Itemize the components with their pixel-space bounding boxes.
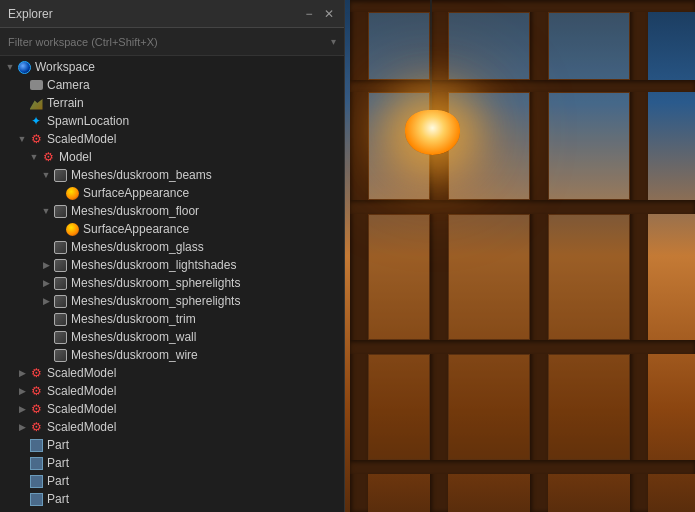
- part-icon-part2: [28, 455, 44, 471]
- tree-item-terrain[interactable]: Terrain: [0, 94, 344, 112]
- scaled-icon-scaledmodel3: ⚙: [28, 383, 44, 399]
- tree-label-scaledmodel4: ScaledModel: [47, 402, 116, 416]
- tree-label-meshes_spherelights1: Meshes/duskroom_spherelights: [71, 276, 240, 290]
- tree-label-meshes_trim: Meshes/duskroom_trim: [71, 312, 196, 326]
- wood-structure: [350, 0, 695, 512]
- tree-item-meshes_trim[interactable]: Meshes/duskroom_trim: [0, 310, 344, 328]
- mesh-icon-meshes_floor: [52, 203, 68, 219]
- tree-item-meshes_beams[interactable]: Meshes/duskroom_beams: [0, 166, 344, 184]
- filter-bar: ▾: [0, 28, 344, 56]
- tree-item-scaledmodel3[interactable]: ⚙ScaledModel: [0, 382, 344, 400]
- tree-item-part4[interactable]: Part: [0, 490, 344, 508]
- tree-item-workspace[interactable]: Workspace: [0, 58, 344, 76]
- spawn-icon-spawnlocation: ✦: [28, 113, 44, 129]
- camera-icon-camera: [28, 77, 44, 93]
- tree-label-model: Model: [59, 150, 92, 164]
- tree-item-surface_app1[interactable]: SurfaceAppearance: [0, 184, 344, 202]
- mesh-icon-meshes_beams: [52, 167, 68, 183]
- tree-label-scaledmodel5: ScaledModel: [47, 420, 116, 434]
- explorer-panel: Explorer − ✕ ▾ WorkspaceCameraTerrain✦Sp…: [0, 0, 345, 512]
- part-icon-part4: [28, 491, 44, 507]
- globe-icon-workspace: [16, 59, 32, 75]
- surface-icon-surface_app2: [64, 221, 80, 237]
- tree-item-meshes_lightshades[interactable]: Meshes/duskroom_lightshades: [0, 256, 344, 274]
- tree-arrow-meshes_spherelights2[interactable]: [40, 296, 52, 306]
- mesh-icon-meshes_wall: [52, 329, 68, 345]
- tree-arrow-model[interactable]: [28, 152, 40, 162]
- tree-label-part1: Part: [47, 438, 69, 452]
- tree-label-meshes_lightshades: Meshes/duskroom_lightshades: [71, 258, 236, 272]
- surface-icon-surface_app1: [64, 185, 80, 201]
- tree-item-scaledmodel2[interactable]: ⚙ScaledModel: [0, 364, 344, 382]
- explorer-title-bar: Explorer − ✕: [0, 0, 344, 28]
- tree-arrow-scaledmodel3[interactable]: [16, 386, 28, 396]
- tree-item-meshes_wall[interactable]: Meshes/duskroom_wall: [0, 328, 344, 346]
- tree-arrow-scaledmodel4[interactable]: [16, 404, 28, 414]
- tree-item-part2[interactable]: Part: [0, 454, 344, 472]
- lamp-shade: [405, 110, 460, 155]
- tree-arrow-meshes_beams[interactable]: [40, 170, 52, 180]
- scaled-icon-scaledmodel5: ⚙: [28, 419, 44, 435]
- tree-item-scaledmodel4[interactable]: ⚙ScaledModel: [0, 400, 344, 418]
- tree-item-surface_app2[interactable]: SurfaceAppearance: [0, 220, 344, 238]
- close-button[interactable]: ✕: [322, 7, 336, 21]
- tree-label-meshes_wall: Meshes/duskroom_wall: [71, 330, 196, 344]
- tree-item-meshes_spherelights2[interactable]: Meshes/duskroom_spherelights: [0, 292, 344, 310]
- tree-label-workspace: Workspace: [35, 60, 95, 74]
- tree-arrow-workspace[interactable]: [4, 62, 16, 72]
- scaled-icon-scaledmodel2: ⚙: [28, 365, 44, 381]
- tree-label-scaledmodel2: ScaledModel: [47, 366, 116, 380]
- tree-label-part3: Part: [47, 474, 69, 488]
- tree-label-meshes_wire: Meshes/duskroom_wire: [71, 348, 198, 362]
- mesh-icon-meshes_wire: [52, 347, 68, 363]
- tree-label-meshes_floor: Meshes/duskroom_floor: [71, 204, 199, 218]
- tree-item-part3[interactable]: Part: [0, 472, 344, 490]
- tree-item-spawnlocation[interactable]: ✦SpawnLocation: [0, 112, 344, 130]
- filter-arrow-icon: ▾: [331, 36, 336, 47]
- tree-label-camera: Camera: [47, 78, 90, 92]
- tree-item-part1[interactable]: Part: [0, 436, 344, 454]
- filter-input[interactable]: [8, 36, 331, 48]
- tree-label-part2: Part: [47, 456, 69, 470]
- model-icon-model: ⚙: [40, 149, 56, 165]
- lamp-cord: [430, 0, 432, 120]
- part-icon-part3: [28, 473, 44, 489]
- scaled-icon-scaledmodel1: ⚙: [28, 131, 44, 147]
- mesh-icon-meshes_trim: [52, 311, 68, 327]
- mesh-icon-meshes_lightshades: [52, 257, 68, 273]
- part-icon-part1: [28, 437, 44, 453]
- tree-arrow-scaledmodel1[interactable]: [16, 134, 28, 144]
- tree-item-meshes_glass[interactable]: Meshes/duskroom_glass: [0, 238, 344, 256]
- tree-label-spawnlocation: SpawnLocation: [47, 114, 129, 128]
- tree-item-scaledmodel1[interactable]: ⚙ScaledModel: [0, 130, 344, 148]
- tree-label-meshes_spherelights2: Meshes/duskroom_spherelights: [71, 294, 240, 308]
- title-buttons: − ✕: [302, 7, 336, 21]
- tree-item-camera[interactable]: Camera: [0, 76, 344, 94]
- tree-arrow-scaledmodel5[interactable]: [16, 422, 28, 432]
- tree-label-terrain: Terrain: [47, 96, 84, 110]
- explorer-title: Explorer: [8, 7, 53, 21]
- scaled-icon-scaledmodel4: ⚙: [28, 401, 44, 417]
- tree-label-part4: Part: [47, 492, 69, 506]
- tree-arrow-scaledmodel2[interactable]: [16, 368, 28, 378]
- tree-label-surface_app2: SurfaceAppearance: [83, 222, 189, 236]
- mesh-icon-meshes_glass: [52, 239, 68, 255]
- tree-container[interactable]: WorkspaceCameraTerrain✦SpawnLocation⚙Sca…: [0, 56, 344, 512]
- tree-label-meshes_beams: Meshes/duskroom_beams: [71, 168, 212, 182]
- tree-item-model[interactable]: ⚙Model: [0, 148, 344, 166]
- tree-arrow-meshes_spherelights1[interactable]: [40, 278, 52, 288]
- tree-item-meshes_wire[interactable]: Meshes/duskroom_wire: [0, 346, 344, 364]
- tree-item-meshes_spherelights1[interactable]: Meshes/duskroom_spherelights: [0, 274, 344, 292]
- tree-label-surface_app1: SurfaceAppearance: [83, 186, 189, 200]
- mesh-icon-meshes_spherelights1: [52, 275, 68, 291]
- tree-arrow-meshes_floor[interactable]: [40, 206, 52, 216]
- tree-label-scaledmodel1: ScaledModel: [47, 132, 116, 146]
- tree-label-scaledmodel3: ScaledModel: [47, 384, 116, 398]
- pin-button[interactable]: −: [302, 7, 316, 21]
- terrain-icon-terrain: [28, 95, 44, 111]
- tree-item-meshes_floor[interactable]: Meshes/duskroom_floor: [0, 202, 344, 220]
- tree-label-meshes_glass: Meshes/duskroom_glass: [71, 240, 204, 254]
- tree-arrow-meshes_lightshades[interactable]: [40, 260, 52, 270]
- tree-item-scaledmodel5[interactable]: ⚙ScaledModel: [0, 418, 344, 436]
- mesh-icon-meshes_spherelights2: [52, 293, 68, 309]
